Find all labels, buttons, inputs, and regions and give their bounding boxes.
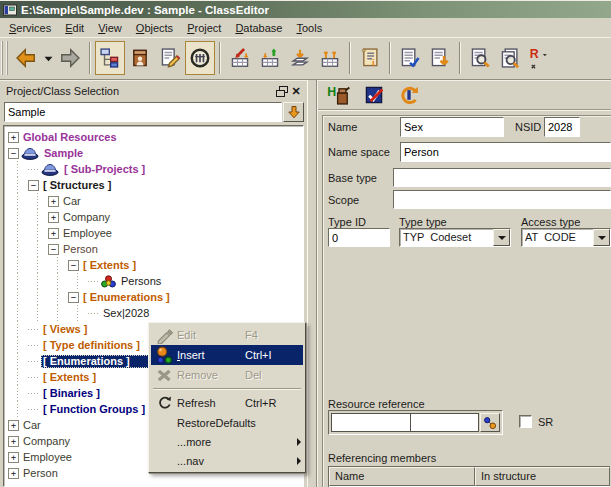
tree-item-extents[interactable]: −[ Extents ] [4,257,303,273]
tree-item-company[interactable]: +Company [4,209,303,225]
resource-reference-input-1[interactable] [332,414,411,431]
menu-objects[interactable]: Objects [129,20,180,36]
history-button[interactable]: H [326,83,352,107]
typetype-dropdown-button[interactable] [493,229,510,246]
forward-button[interactable] [55,41,85,75]
panel-splitter[interactable] [307,80,317,487]
tree-item-label[interactable]: [ Extents ] [41,371,99,384]
document-download-button[interactable] [425,41,455,75]
context-menu-item-more[interactable]: ...more [151,432,303,451]
nsid-input[interactable] [545,118,579,136]
tree-item-label[interactable]: [ Extents ] [81,259,139,272]
tree-item-enumerations[interactable]: −[ Enumerations ] [4,289,303,305]
project-class-selection-button[interactable] [95,41,125,75]
expand-icon[interactable]: + [8,132,19,143]
tree-item-label[interactable]: [ Structures ] [41,179,114,192]
float-panel-button[interactable] [275,84,289,98]
context-menu-item-restoredefaults[interactable]: RestoreDefaults [151,413,303,432]
tree-item-sex-2028[interactable]: Sex|2028 [4,305,303,321]
collapse-icon[interactable]: − [28,180,39,191]
collapse-icon[interactable]: − [8,148,19,159]
collapse-icon[interactable]: − [68,292,79,303]
toolbar-gripper[interactable] [1,41,8,75]
collapse-icon[interactable]: − [48,244,59,255]
resource-reference-pick-button[interactable] [480,413,500,432]
checkout-table-button[interactable] [225,41,255,75]
menu-database[interactable]: Database [228,20,289,36]
script-info-button[interactable]: i [355,41,385,75]
column-header-in-structure[interactable]: In structure [475,467,610,486]
tree-item-label[interactable]: [ Function Groups ] [41,403,148,416]
menu-services[interactable]: Services [2,20,58,36]
resource-reference-input-2[interactable] [411,414,478,431]
tree-item-label[interactable]: Car [61,195,84,208]
basetype-input[interactable] [394,169,610,186]
document-edit-button[interactable] [395,41,425,75]
r-navigation-button[interactable]: R [525,41,555,75]
tree-item-sub-projects[interactable]: [ Sub-Projects ] [4,161,303,177]
project-filter-dropdown-button[interactable] [283,102,304,122]
document-search-button[interactable] [465,41,495,75]
tree-item-label[interactable]: Persons [119,275,164,288]
tree-item-label[interactable]: [ Enumerations ] [81,291,173,304]
tree-item-label[interactable]: Global Resources [21,131,120,144]
tree-item-car[interactable]: +Car [4,193,303,209]
expand-icon[interactable]: + [48,228,59,239]
expand-icon[interactable]: + [8,420,19,431]
scope-input[interactable] [394,191,610,208]
documents-search-button[interactable] [495,41,525,75]
expand-icon[interactable]: + [48,212,59,223]
revert-button[interactable] [396,83,422,107]
checkin-table-button[interactable] [255,41,285,75]
column-header-name[interactable]: Name [329,467,475,486]
tree-item-label[interactable]: Company [21,435,73,448]
accesstype-dropdown-button[interactable] [593,229,610,246]
context-menu-item-refresh[interactable]: RefreshCtrl+R [151,393,303,413]
back-button[interactable] [11,41,41,75]
menu-project[interactable]: Project [180,20,228,36]
expand-icon[interactable]: + [8,436,19,447]
apply-check-button[interactable] [361,83,387,107]
tree-item-label[interactable]: Person [61,243,101,256]
catalog-button[interactable] [125,41,155,75]
tree-item-label[interactable]: Employee [61,227,115,240]
merge-button[interactable] [285,41,315,75]
expand-icon[interactable]: + [8,468,19,479]
back-history-button[interactable] [41,41,55,75]
expand-icon[interactable]: + [48,196,59,207]
name-input[interactable] [401,118,503,136]
tree-item-persons[interactable]: Persons [4,273,303,289]
tree-item-label[interactable]: Employee [21,451,75,464]
tree-item-label[interactable]: [ Binaries ] [41,387,103,400]
tree-item-global-resources[interactable]: +Global Resources [4,129,303,145]
menu-edit[interactable]: Edit [58,20,91,36]
tree-item-employee[interactable]: +Employee [4,225,303,241]
collapse-icon[interactable]: − [68,260,79,271]
accesstype-select[interactable]: AT CODE [521,228,611,247]
context-menu-item-insert[interactable]: InsertCtrl+I [151,345,303,365]
tree-item-person[interactable]: −Person [4,241,303,257]
project-filter-input[interactable] [5,103,281,121]
menu-view[interactable]: View [91,20,129,36]
namespace-input[interactable] [401,143,610,161]
tree-item-label[interactable]: Person [21,467,61,480]
class-editor-view-button[interactable] [185,41,215,75]
menu-tools[interactable]: Tools [289,20,329,36]
tree-item-label[interactable]: [ Type definitions ] [41,339,143,352]
tree-item-sample[interactable]: −Sample [4,145,303,161]
context-menu-item-nav[interactable]: ...nav [151,451,303,470]
title-bar[interactable]: E:\Sample\Sample.dev : Sample - ClassEdi… [0,0,611,18]
tree-item-label[interactable]: Sample [42,147,86,160]
tree-item-structures[interactable]: −[ Structures ] [4,177,303,193]
expand-icon[interactable]: + [8,452,19,463]
tree-item-label[interactable]: [ Views ] [41,323,90,336]
close-panel-button[interactable]: ✕ [289,84,303,98]
typeid-input[interactable] [329,229,389,246]
generate-table-button[interactable] [315,41,345,75]
edit-document-button[interactable] [155,41,185,75]
tree-item-label[interactable]: Sex|2028 [101,307,152,320]
sr-checkbox[interactable] [519,415,532,428]
tree-item-label[interactable]: Car [21,419,44,432]
tree-item-label[interactable]: Company [61,211,113,224]
tree-item-label[interactable]: [ Sub-Projects ] [62,163,148,176]
